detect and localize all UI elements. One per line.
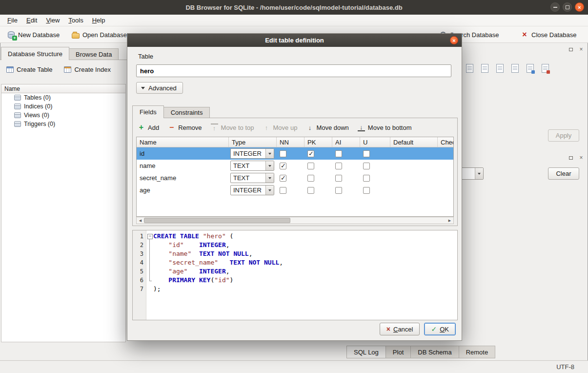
u-cell — [360, 175, 390, 182]
move-down-button[interactable]: ↓Move down — [304, 122, 350, 133]
ok-button[interactable]: ✓ OK — [424, 323, 456, 335]
column-header-type[interactable]: Type — [229, 137, 277, 147]
move-to-bottom-button[interactable]: ↓Move to bottom — [356, 122, 414, 133]
clear-button[interactable]: Clear — [548, 167, 579, 180]
combo-dropdown-icon[interactable] — [475, 168, 483, 179]
dock-float-button[interactable] — [567, 46, 575, 53]
type-combobox[interactable]: INTEGER — [230, 185, 274, 195]
column-header-check[interactable]: Check — [438, 137, 454, 147]
column-header-nn[interactable]: NN — [277, 137, 304, 147]
pk-checkbox[interactable] — [307, 175, 314, 182]
ai-checkbox[interactable] — [335, 163, 342, 169]
minimize-button[interactable] — [550, 2, 560, 12]
combo-dropdown-icon[interactable] — [265, 161, 274, 170]
ai-checkbox[interactable] — [335, 187, 342, 194]
null-icon[interactable] — [510, 63, 520, 73]
table-name-input[interactable] — [136, 64, 451, 77]
u-checkbox[interactable] — [363, 175, 370, 182]
column-header-u[interactable]: U — [360, 137, 390, 147]
type-combobox[interactable]: INTEGER — [230, 148, 274, 159]
new-database-button[interactable]: + New Database — [4, 28, 62, 41]
menu-edit[interactable]: Edit — [22, 15, 41, 25]
column-header-name[interactable]: Name — [137, 137, 229, 147]
cancel-button[interactable]: × Cancel — [380, 323, 420, 335]
tree-item[interactable]: Triggers (0) — [1, 120, 125, 128]
nn-checkbox[interactable] — [280, 163, 286, 169]
edit-icon[interactable] — [495, 63, 505, 73]
advanced-toggle-button[interactable]: Advanced — [136, 82, 183, 94]
u-checkbox[interactable] — [363, 187, 370, 194]
menu-help[interactable]: Help — [88, 15, 110, 25]
tree-item[interactable]: Tables (0) — [1, 93, 125, 102]
u-checkbox[interactable] — [363, 150, 370, 157]
tab-database-structure[interactable]: Database Structure — [1, 47, 69, 60]
close-database-button[interactable]: × Close Database — [517, 28, 580, 41]
bottom-tab-plot[interactable]: Plot — [385, 346, 411, 358]
save-icon[interactable] — [525, 63, 535, 73]
type-value: INTEGER — [231, 186, 265, 195]
nn-checkbox[interactable] — [280, 187, 286, 194]
dialog-titlebar[interactable]: Edit table definition × — [127, 34, 462, 47]
ai-checkbox[interactable] — [335, 175, 342, 182]
dock-float-button[interactable] — [567, 154, 575, 161]
scroll-right-icon[interactable]: ▶ — [446, 217, 453, 224]
pk-checkbox[interactable] — [307, 163, 314, 169]
ai-checkbox[interactable] — [335, 150, 342, 157]
tab-browse-data[interactable]: Browse Data — [69, 48, 119, 60]
dock-close-button[interactable]: × — [577, 154, 585, 161]
dialog-close-button[interactable]: × — [450, 36, 458, 44]
bottom-tab-remote[interactable]: Remote — [459, 346, 496, 358]
encoding-indicator[interactable]: UTF-8 — [556, 363, 574, 371]
field-name-cell: age — [137, 186, 229, 194]
bottom-tab-sql-log[interactable]: SQL Log — [346, 346, 386, 358]
move-to-top-button: ↑Move to top — [209, 122, 256, 133]
menu-file[interactable]: File — [3, 15, 22, 25]
column-header-default[interactable]: Default — [390, 137, 438, 147]
tree-item[interactable]: Indices (0) — [1, 102, 125, 111]
type-combobox[interactable]: TEXT — [230, 173, 274, 183]
scroll-left-icon[interactable]: ◀ — [137, 217, 144, 224]
tree-item[interactable]: Views (0) — [1, 111, 125, 120]
nn-checkbox[interactable] — [280, 150, 286, 157]
tab-fields[interactable]: Fields — [132, 105, 164, 118]
export-icon[interactable] — [480, 63, 489, 73]
dock-close-button[interactable]: × — [577, 46, 585, 53]
column-header-ai[interactable]: AI — [332, 137, 360, 147]
horizontal-scrollbar[interactable]: ◀ ▶ — [136, 217, 454, 224]
maximize-button[interactable] — [563, 2, 572, 12]
u-checkbox[interactable] — [363, 163, 370, 169]
bottom-tab-db-schema[interactable]: DB Schema — [410, 346, 459, 358]
type-combobox[interactable]: TEXT — [230, 161, 274, 171]
field-row[interactable]: nameTEXT — [137, 160, 453, 172]
remove-button[interactable]: −Remove — [166, 122, 203, 133]
tab-constraints[interactable]: Constraints — [163, 107, 210, 118]
tree-column-header-name[interactable]: Name — [1, 84, 126, 93]
field-row[interactable]: idINTEGER — [137, 147, 453, 160]
menu-tools[interactable]: Tools — [64, 15, 87, 25]
field-row[interactable]: secret_nameTEXT — [137, 172, 453, 184]
combo-dropdown-icon[interactable] — [265, 149, 274, 158]
titlebar[interactable]: DB Browser for SQLite - /home/user/code/… — [0, 0, 588, 15]
fold-toggle-icon[interactable] — [146, 232, 153, 241]
add-button[interactable]: +Add — [136, 122, 161, 133]
dialog-title: Edit table definition — [265, 37, 324, 44]
open-database-button[interactable]: Open Database — [68, 28, 130, 41]
scrollbar-track[interactable] — [144, 217, 446, 224]
field-row[interactable]: ageINTEGER — [137, 184, 453, 196]
pk-checkbox[interactable] — [307, 150, 314, 157]
combo-dropdown-icon[interactable] — [265, 173, 274, 183]
close-window-button[interactable]: × — [575, 2, 584, 12]
scrollbar-thumb[interactable] — [144, 218, 290, 223]
nn-checkbox[interactable] — [280, 175, 286, 182]
column-header-pk[interactable]: PK — [304, 137, 332, 147]
menu-view[interactable]: View — [41, 15, 64, 25]
pk-checkbox[interactable] — [307, 187, 314, 194]
print-icon[interactable] — [540, 63, 550, 73]
create-index-button[interactable]: Create Index — [61, 64, 114, 75]
import-icon[interactable] — [465, 63, 474, 73]
sql-token: "age" — [168, 268, 187, 275]
close-icon: × — [452, 38, 455, 43]
sql-line: 3 "name" TEXT NOT NULL, — [133, 249, 457, 258]
combo-dropdown-icon[interactable] — [265, 186, 274, 195]
create-table-button[interactable]: Create Table — [3, 64, 56, 75]
